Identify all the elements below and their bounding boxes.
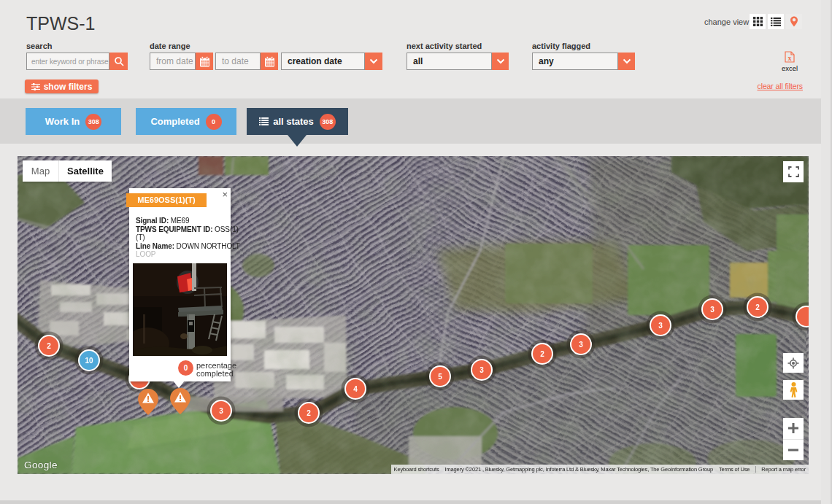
svg-text:x: x (788, 54, 792, 62)
